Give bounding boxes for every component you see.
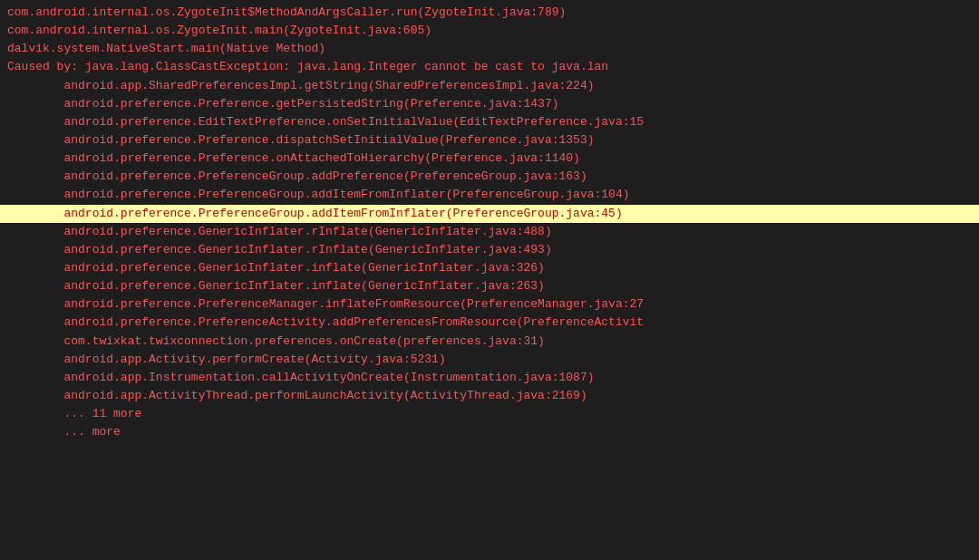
log-line: android.preference.Preference.getPersist… xyxy=(0,95,979,113)
log-line: Caused by: java.lang.ClassCastException:… xyxy=(0,58,979,76)
log-line: android.preference.Preference.onAttached… xyxy=(0,150,979,168)
log-line: com.android.internal.os.ZygoteInit$Metho… xyxy=(0,4,979,22)
log-line: android.preference.PreferenceManager.inf… xyxy=(0,295,979,314)
log-line: com.twixkat.twixconnection.preferences.o… xyxy=(0,333,979,351)
log-line: ... 11 more xyxy=(0,405,979,423)
log-line: android.preference.Preference.dispatchSe… xyxy=(0,131,979,150)
log-line: android.app.Activity.performCreate(Activ… xyxy=(0,351,979,369)
log-line: android.app.ActivityThread.performLaunch… xyxy=(0,387,979,405)
log-line: android.preference.PreferenceGroup.addIt… xyxy=(0,186,979,204)
log-line: android.preference.GenericInflater.rInfl… xyxy=(0,241,979,259)
log-line: dalvik.system.NativeStart.main(Native Me… xyxy=(0,40,979,58)
log-line: ... more xyxy=(0,423,979,441)
log-line: android.preference.GenericInflater.infla… xyxy=(0,259,979,277)
log-container: com.android.internal.os.ZygoteInit$Metho… xyxy=(0,0,979,560)
log-line: com.android.internal.os.ZygoteInit.main(… xyxy=(0,22,979,40)
log-line: android.preference.GenericInflater.infla… xyxy=(0,277,979,295)
log-line: android.preference.PreferenceActivity.ad… xyxy=(0,314,979,332)
log-line: android.app.SharedPreferencesImpl.getStr… xyxy=(0,77,979,95)
log-line: android.preference.PreferenceGroup.addIt… xyxy=(0,205,979,223)
log-line: android.preference.GenericInflater.rInfl… xyxy=(0,223,979,241)
log-line: android.preference.EditTextPreference.on… xyxy=(0,113,979,131)
log-line: android.preference.PreferenceGroup.addPr… xyxy=(0,168,979,186)
log-line: android.app.Instrumentation.callActivity… xyxy=(0,369,979,387)
